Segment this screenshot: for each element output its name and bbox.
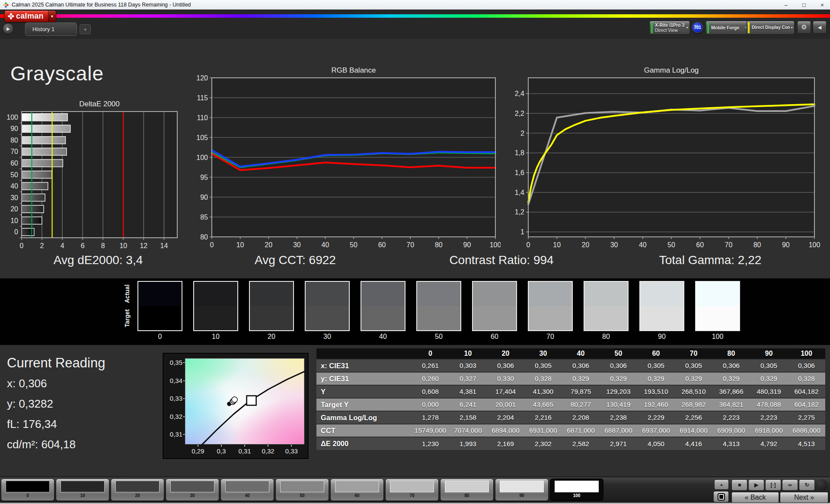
pattern-button-20[interactable]: 20 (111, 478, 164, 501)
cie-x-tick-label: 0,3 (212, 447, 231, 455)
pattern-swatch (335, 481, 379, 492)
refresh-button[interactable]: ↻ (799, 479, 815, 491)
pattern-label: 0 (1, 493, 54, 498)
pattern-swatch (280, 481, 324, 492)
pattern-button-80[interactable]: 80 (440, 478, 494, 501)
svg-text:95: 95 (200, 174, 208, 181)
cie-y-tick (183, 398, 185, 399)
meter-badge[interactable]: 701 (692, 22, 703, 33)
pattern-swatch (115, 481, 160, 492)
swatch-actual (194, 282, 237, 306)
pattern-label: 90 (495, 493, 548, 498)
table-row-label: Y (316, 385, 412, 398)
source-dropdown[interactable]: Mobile Forge ▾ (706, 21, 749, 35)
deltae-2000-chart: 100908070605040302010002468101214DeltaE … (3, 99, 192, 254)
table-cell: 364,821 (712, 398, 750, 411)
pattern-button-100[interactable]: 100 (550, 478, 603, 501)
table-cell: 2,582 (562, 437, 600, 450)
pattern-button-30[interactable]: 30 (166, 478, 219, 501)
svg-text:0: 0 (20, 242, 24, 249)
pattern-button-90[interactable]: 90 (495, 478, 549, 501)
cie-y-tick-label: 0,35 (163, 359, 182, 366)
next-button[interactable]: Next » (780, 492, 828, 503)
grayscale-swatch-60: 60 (472, 281, 517, 341)
svg-text:70: 70 (10, 148, 18, 155)
grayscale-swatch-20: 20 (249, 281, 294, 341)
pattern-swatch (390, 481, 434, 492)
play-button[interactable]: ▶ (748, 479, 764, 491)
pattern-label: 80 (441, 493, 493, 498)
pattern-label: 30 (166, 493, 219, 498)
swatch-actual (473, 282, 516, 306)
svg-text:50: 50 (10, 171, 18, 179)
pattern-swatch (500, 481, 544, 492)
table-column-header: 0 (412, 348, 449, 359)
table-cell: 480,319 (750, 385, 788, 398)
row-label-actual: Actual (124, 282, 131, 306)
swatch-actual (417, 282, 460, 306)
table-column-header: 40 (562, 348, 600, 359)
table-row: y: CIE310,2600,3270,3300,3280,3290,3290,… (316, 372, 825, 385)
svg-text:30: 30 (10, 194, 18, 201)
pattern-button-0[interactable]: 0 (1, 478, 54, 501)
svg-text:10: 10 (236, 241, 244, 249)
minimize-button[interactable]: – (778, 2, 794, 8)
table-cell: 15749,000 (412, 424, 449, 437)
swatch-target (584, 306, 628, 330)
table-cell: 478,088 (750, 398, 788, 411)
stop-button[interactable]: ■ (731, 479, 747, 491)
pattern-button-70[interactable]: 70 (385, 478, 439, 501)
pattern-button-10[interactable]: 10 (56, 478, 109, 501)
pattern-window-button[interactable] (713, 491, 729, 502)
swatch-level-label: 30 (305, 333, 350, 341)
stat-contrast-ratio: Contrast Ratio: 994 (449, 253, 553, 267)
table-cell: 17,404 (487, 385, 524, 398)
swatch-level-label: 70 (528, 333, 573, 341)
calman-menu-button[interactable]: calman ▾ (4, 10, 56, 22)
history-play-button[interactable]: ▶ (3, 23, 14, 34)
svg-text:DeltaE 2000: DeltaE 2000 (79, 100, 120, 108)
pattern-swatch (445, 481, 489, 492)
back-button[interactable]: « Back (731, 492, 779, 503)
close-button[interactable]: × (814, 2, 830, 8)
pattern-label: 100 (550, 493, 603, 498)
table-cell: 192,460 (637, 398, 675, 411)
table-cell: 79,875 (562, 385, 600, 398)
table-cell: 2,158 (449, 411, 487, 424)
table-cell: 6871,000 (562, 424, 600, 437)
svg-text:20: 20 (582, 241, 590, 249)
table-column-header: 50 (600, 348, 637, 359)
tab-history-1[interactable]: History 1 (25, 22, 77, 36)
table-cell: 0,306 (712, 359, 750, 372)
refresh-icon: ↻ (804, 482, 809, 488)
svg-text:20: 20 (265, 241, 272, 249)
pattern-button-40[interactable]: 40 (220, 478, 274, 501)
svg-text:100: 100 (196, 154, 208, 161)
pattern-size-button[interactable]: [·] (765, 479, 781, 491)
measurement-table: 0102030405060708090100x: CIE310,2610,303… (316, 348, 825, 450)
pattern-button-50[interactable]: 50 (275, 478, 329, 501)
pattern-up-button[interactable]: ▲ (714, 479, 729, 490)
titlebar: Calman 2025 Calman Ultimate for Business… (0, 0, 830, 10)
svg-text:2,2: 2,2 (515, 110, 524, 117)
table-cell: 0,303 (449, 359, 487, 372)
svg-text:10: 10 (119, 242, 127, 249)
cie-x-tick-label: 0,31 (235, 447, 254, 455)
stop-icon: ■ (738, 482, 741, 488)
grayscale-swatch-50: 50 (416, 281, 461, 341)
cie-x-tick (244, 445, 245, 447)
table-cell: 0,305 (750, 359, 788, 372)
display-control-dropdown[interactable]: Direct Display Control ▾ (746, 21, 795, 35)
maximize-button[interactable]: □ (796, 2, 812, 8)
table-cell: 0,330 (487, 372, 524, 385)
collapse-panel-button[interactable]: ◀ (813, 21, 827, 34)
table-row-label: Gamma Log/Log (316, 411, 412, 424)
pattern-button-60[interactable]: 60 (330, 478, 384, 501)
pattern-bar: 0102030405060708090100 ▲ ■▶[·]∞↻ « Back … (0, 477, 830, 503)
add-tab-button[interactable]: + (80, 24, 91, 34)
meter-dropdown[interactable]: X-Rite i1Pro 3Direct View ▾ (649, 21, 690, 35)
settings-button[interactable]: ⚙ (797, 21, 811, 34)
pattern-label: 40 (221, 493, 274, 498)
swatch-level-label: 0 (137, 333, 182, 341)
loop-button[interactable]: ∞ (782, 479, 798, 491)
